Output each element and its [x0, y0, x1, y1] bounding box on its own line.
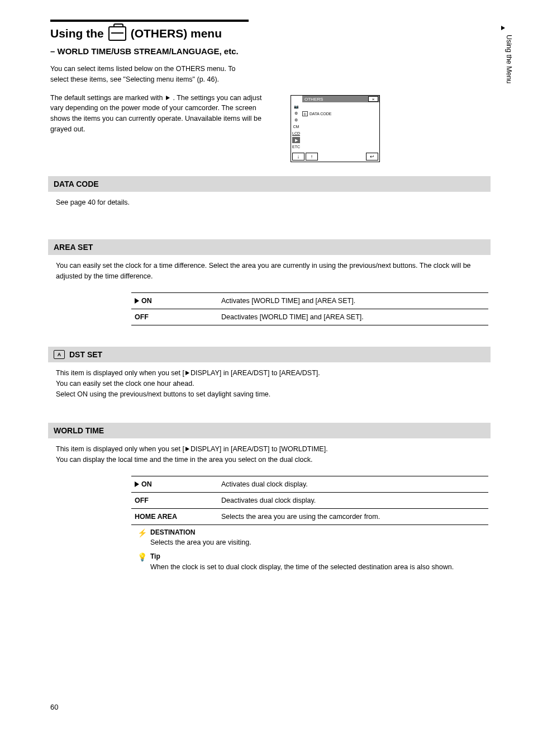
lcd-side-lcd-icon: LCD [292, 130, 300, 136]
option-off-desc: Deactivates [WORLD TIME] and [AREA SET]. [218, 309, 488, 325]
lcd-side-camera-icon: 📷 [292, 103, 300, 110]
lcd-down-button: ↓ [292, 153, 304, 160]
triangle-icon [185, 447, 189, 451]
option-on-desc: Activates dual clock display. [218, 476, 488, 492]
world-time-body: This item is displayed only when you set… [50, 438, 488, 469]
option-on: ON [131, 476, 218, 492]
toolbox-icon [108, 26, 126, 41]
lcd-return-button: ↩ [366, 153, 378, 160]
data-code-body: See page 40 for details. [50, 192, 488, 211]
area-set-body: You can easily set the clock for a time … [50, 255, 488, 286]
table-row: OFF Deactivates dual clock display. [131, 492, 488, 508]
side-tab [500, 26, 506, 30]
section-area-set: AREA SET [48, 239, 491, 255]
section-a-icon: A [54, 350, 65, 359]
option-home: HOME AREA [131, 508, 218, 525]
option-off-desc: Deactivates dual clock display. [218, 492, 488, 508]
title-suffix: (OTHERS) menu [131, 27, 222, 40]
table-row: ON Activates [WORLD TIME] and [AREA SET]… [131, 292, 488, 309]
triangle-icon [185, 371, 189, 375]
page-number: 60 [50, 703, 58, 711]
lcd-screenshot: OTHERS × 📷 ⚙ ⚙ CM LCD ▶ ETC D DATA CODE … [291, 95, 380, 162]
tip-icon: 💡 [137, 551, 147, 573]
section-world-time: WORLD TIME [48, 423, 491, 438]
title-sub: – WORLD TIME/USB STREAM/LANGUAGE, etc. [50, 46, 251, 56]
lcd-side-play-icon: ▶ [292, 137, 300, 143]
triangle-icon [135, 298, 139, 304]
title-prefix: Using the [50, 27, 104, 40]
area-set-options-table: ON Activates [WORLD TIME] and [AREA SET]… [131, 292, 488, 325]
lcd-bottom-buttons: ↓ ↑ EXEC ↩ [292, 153, 378, 160]
lcd-up-button: ↑ [306, 153, 318, 160]
option-home-desc: Selects the area you are using the camco… [218, 508, 488, 525]
destination-row: ⚡ DESTINATION Selects the area you are v… [131, 525, 488, 550]
world-time-options-table: ON Activates dual clock display. OFF Dea… [131, 476, 488, 525]
flash-icon: ⚡ [137, 527, 147, 549]
lcd-close-button: × [368, 96, 378, 102]
section-dst-set: A DST SET [48, 347, 491, 362]
option-on: ON [131, 292, 218, 309]
lcd-side-cm-icon: CM [292, 124, 300, 130]
triangle-icon [135, 481, 139, 487]
option-off: OFF [131, 309, 218, 325]
intro-text: You can select items listed below on the… [50, 64, 249, 85]
table-row: OFF Deactivates [WORLD TIME] and [AREA S… [131, 309, 488, 325]
side-tab-label: Using the Menu [505, 35, 513, 84]
table-row: ON Activates dual clock display. [131, 476, 488, 492]
lcd-side-gear2-icon: ⚙ [292, 117, 300, 123]
option-off: OFF [131, 492, 218, 508]
lcd-side-etc-icon: ETC [292, 144, 300, 150]
default-note: The default settings are marked with . T… [50, 93, 271, 135]
lcd-side-gear1-icon: ⚙ [292, 110, 300, 116]
title-rule [50, 20, 249, 22]
page-title: Using the (OTHERS) menu [50, 26, 488, 41]
triangle-icon [166, 96, 170, 100]
lcd-data-icon: D [302, 111, 308, 116]
table-row: HOME AREA Selects the area you are using… [131, 508, 488, 525]
dst-body: This item is displayed only when you set… [50, 362, 488, 404]
lcd-sidebar: 📷 ⚙ ⚙ CM LCD ▶ ETC [292, 103, 300, 150]
lcd-row-datacode: D DATA CODE [302, 111, 331, 116]
lcd-banner: OTHERS × [302, 96, 379, 102]
tip-row: 💡 Tip When the clock is set to dual cloc… [131, 549, 488, 574]
section-data-code: DATA CODE [48, 176, 491, 192]
option-on-desc: Activates [WORLD TIME] and [AREA SET]. [218, 292, 488, 309]
